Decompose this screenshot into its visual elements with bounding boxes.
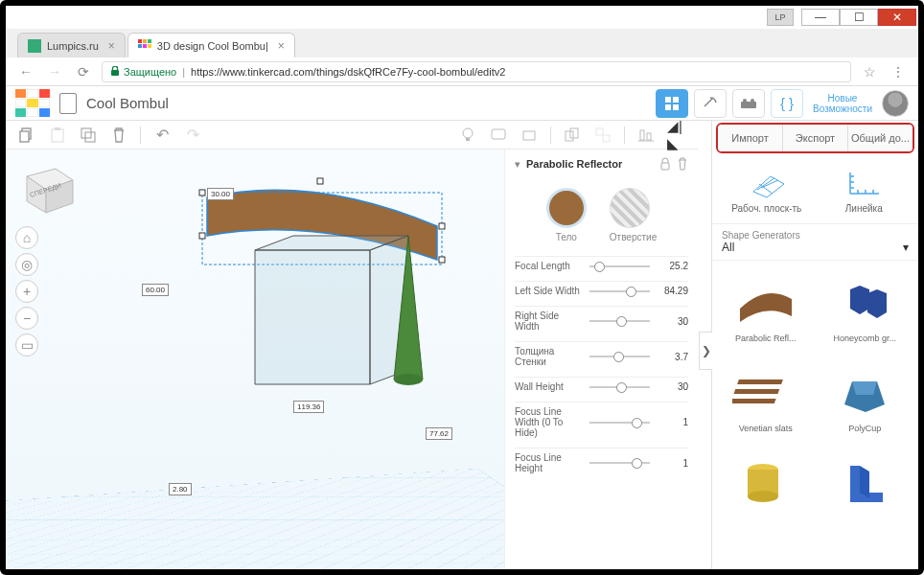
share-button[interactable]: Общий до... [848,125,912,151]
workplane-tool[interactable]: Рабоч. плоск-ть [728,163,806,214]
hole-swatch[interactable]: Отверстие [610,188,657,242]
window-close-button[interactable]: ✕ [878,9,916,26]
nav-back-button[interactable]: ← [15,61,36,82]
chevron-down-icon[interactable]: ▾ [515,158,520,171]
paste-button[interactable] [48,126,67,145]
dimension-height[interactable]: 30.00 [207,188,234,200]
property-slider[interactable]: .prop-row:nth-child(6) .prop-slider::aft… [589,422,650,424]
nav-reload-button[interactable]: ⟳ [73,61,94,82]
tinkercad-logo-icon[interactable] [15,89,50,118]
property-slider[interactable]: .prop-row:nth-child(1) .prop-slider::aft… [589,265,650,267]
property-value[interactable]: 1 [656,458,688,469]
zoom-in-button[interactable]: + [15,280,38,303]
property-slider[interactable]: .prop-row:nth-child(4) .prop-slider::aft… [589,356,650,357]
lock-icon[interactable] [659,157,671,171]
property-slider[interactable]: .prop-row:nth-child(5) .prop-slider::aft… [589,386,650,388]
shape-parabolic[interactable]: Parabolic Refl... [716,266,816,356]
shape-delete-button[interactable] [677,157,688,171]
whats-new-link[interactable]: Новые Возможности [809,93,876,114]
import-button[interactable]: Импорт [718,125,783,151]
tab-tinkercad[interactable]: 3D design Cool Bombu| × [127,33,295,58]
property-value[interactable]: 30 [656,381,688,392]
view-pickaxe-button[interactable] [694,89,727,118]
align-button[interactable] [636,126,656,145]
property-value[interactable]: 84.29 [656,286,688,296]
dimension-width[interactable]: 119.36 [293,401,324,413]
dimension-width2[interactable]: 77.62 [426,427,452,440]
copy-button[interactable] [17,126,36,145]
window-maximize-button[interactable]: ☐ [840,9,878,26]
solid-swatch[interactable]: Тело [546,188,587,242]
user-avatar[interactable] [882,90,909,117]
svg-rect-1 [143,39,147,43]
category-value: All [722,241,734,254]
favicon-icon [28,39,41,53]
shape-honeycomb[interactable]: Honeycomb gr... [816,266,915,356]
tool-label: Рабоч. плоск-ть [731,203,801,214]
shape-polycup[interactable]: PolyCup [816,356,915,447]
view-brick-button[interactable] [732,89,765,118]
property-value[interactable]: 1 [656,417,688,427]
svg-rect-22 [492,129,505,139]
property-slider[interactable]: .prop-row:nth-child(3) .prop-slider::aft… [589,320,650,322]
property-row: Толщина Стенки .prop-row:nth-child(4) .p… [515,341,688,377]
ruler-tool[interactable]: Линейка [824,163,903,214]
ruler-icon [824,163,903,203]
box-icon [521,128,537,142]
bulb-button[interactable] [458,126,477,145]
view-grid-button[interactable] [656,89,688,118]
code-blocks-button[interactable]: { } [771,89,803,118]
panel-collapse-button[interactable]: ❯ [699,332,712,370]
fit-view-button[interactable]: ◎ [15,253,38,276]
tab-close-icon[interactable]: × [108,39,115,53]
shape-venetian[interactable]: Venetian slats [716,356,816,447]
dimension-offset[interactable]: 2.80 [169,483,192,495]
duplicate-button[interactable] [79,126,98,145]
svg-marker-57 [850,286,869,314]
property-slider[interactable]: .prop-row:nth-child(2) .prop-slider::aft… [589,290,650,292]
ungroup-button[interactable] [593,126,612,145]
property-slider[interactable]: .prop-row:nth-child(7) .prop-slider::aft… [589,462,650,464]
svg-rect-28 [640,130,644,140]
delete-button[interactable] [109,126,128,145]
shape-cylinder[interactable] [716,447,816,537]
undo-button[interactable]: ↶ [152,126,172,145]
bookmark-button[interactable]: ☆ [859,61,880,82]
notes-button[interactable] [489,126,508,145]
category-select[interactable]: All ▾ [722,241,909,254]
property-value[interactable]: 30 [656,316,688,327]
shape-angle[interactable] [816,447,915,537]
hide-button[interactable] [520,126,539,145]
view-cube[interactable]: СПЕРЕДИ [17,159,77,217]
menu-button[interactable]: ⋮ [888,61,909,82]
svg-rect-7 [665,97,671,103]
mirror-button[interactable]: ◢|◣ [667,126,686,145]
property-row: Focal Length .prop-row:nth-child(1) .pro… [515,256,688,281]
property-value[interactable]: 3.7 [656,352,688,362]
tab-close-icon[interactable]: × [278,39,285,53]
dimension-depth[interactable]: 60.00 [142,284,169,296]
nav-forward-button[interactable]: → [44,61,65,82]
home-view-button[interactable]: ⌂ [15,226,38,249]
svg-rect-23 [523,131,535,140]
shapes-grid: Parabolic Refl... Honeycomb gr... Veneti… [712,261,918,548]
ortho-view-button[interactable]: ▭ [15,334,38,356]
svg-rect-45 [661,163,669,170]
property-value[interactable]: 25.2 [656,261,688,271]
window-minimize-button[interactable]: — [801,9,840,26]
url-input[interactable]: Защищено | https://www.tinkercad.com/thi… [102,61,851,82]
svg-rect-2 [148,39,151,43]
redo-button[interactable]: ↷ [183,126,202,145]
paste-icon [51,127,64,143]
zoom-out-button[interactable]: − [15,307,38,330]
svg-rect-9 [665,104,671,110]
tab-lumpics[interactable]: Lumpics.ru × [17,33,126,58]
shape-name[interactable]: Parabolic Reflector [526,158,654,170]
canvas-3d[interactable]: СПЕРЕДИ ⌂ ◎ + − ▭ 30.00 60.00 119.36 77.… [6,150,504,575]
file-actions-highlight: Импорт Экспорт Общий до... [716,123,914,153]
svg-rect-15 [20,131,29,142]
export-button[interactable]: Экспорт [783,125,848,151]
svg-rect-0 [138,39,142,43]
group-button[interactable] [563,126,582,145]
design-title[interactable]: Cool Bombul [86,95,169,111]
